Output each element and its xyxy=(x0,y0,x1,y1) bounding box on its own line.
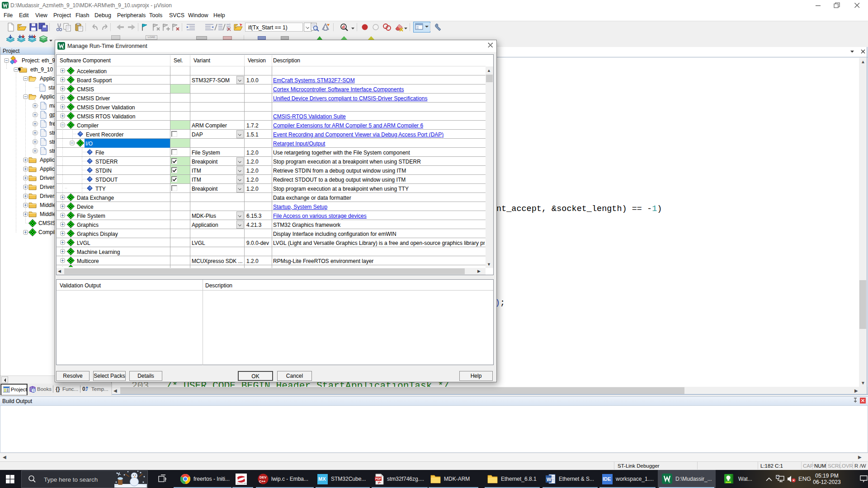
svg-text:W: W xyxy=(547,477,552,482)
svg-text:s: s xyxy=(63,47,64,49)
svg-text:s: s xyxy=(669,480,670,483)
svg-text:?: ? xyxy=(33,389,35,393)
svg-text:DEV: DEV xyxy=(259,475,266,479)
svg-text:s: s xyxy=(6,6,8,9)
svg-text:SILICON LABS: SILICON LABS xyxy=(237,483,247,484)
svg-text:C++: C++ xyxy=(259,479,266,483)
svg-text:PDF: PDF xyxy=(375,477,381,480)
svg-text:d: d xyxy=(342,24,345,29)
